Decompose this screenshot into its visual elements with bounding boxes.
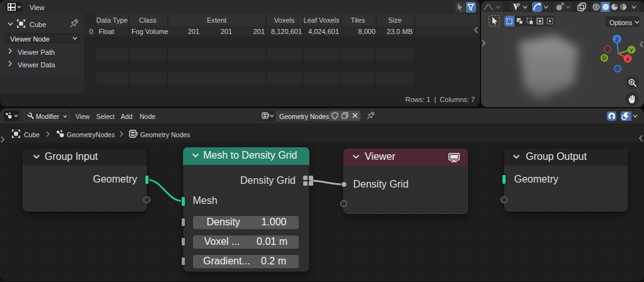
- svg-text:Y: Y: [630, 47, 633, 54]
- svg-text:Z: Z: [615, 37, 619, 43]
- svg-text:X: X: [626, 56, 630, 62]
